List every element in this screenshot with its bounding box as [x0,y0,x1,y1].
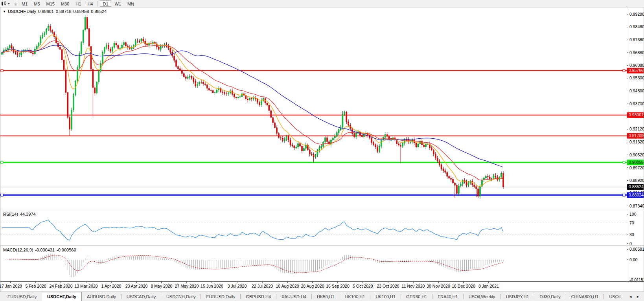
date-tick-label: 27 May 2020 [175,284,199,288]
trendline-handle[interactable] [1,70,3,72]
svg-text:0.88524: 0.88524 [629,184,644,189]
date-tick-label: 13 Mar 2020 [75,284,98,288]
timeframe-buttons: M1M5M15M30H1H4D1W1MN [18,0,137,7]
svg-text:0.93001: 0.93001 [629,112,644,117]
trendline-handle[interactable] [1,194,3,196]
date-tick-label: 11 Nov 2020 [402,284,425,288]
tab-scroll-left-icon[interactable]: ◄ [627,294,634,299]
macd-name: MACD(12,26,9) [3,248,33,252]
macd-main-value: -0.000431 [35,248,55,252]
date-axis[interactable]: 17 Jan 20205 Feb 202024 Feb 202013 Mar 2… [0,282,644,289]
chart-tab-usdchf-daily[interactable]: USDCHF,Daily [42,292,82,301]
tab-list: EURUSD,DailyUSDCHF,DailyAUDUSD,DailyUSDC… [2,292,627,301]
chart-tab-usdcnh-daily[interactable]: USDCNH,Daily [161,292,201,301]
ohlc-low: 0.88458 [74,9,89,14]
timeframe-button-w1[interactable]: W1 [112,0,124,7]
price-tick-label: 0.94500 [629,88,644,93]
timeframe-toolbar: ▼ M1M5M15M30H1H4D1W1MN [0,0,644,7]
candlestick-series [2,15,504,198]
rsi-tick-label: 30 [629,232,634,237]
price-tick-label: 0.88920 [629,178,644,183]
chart-tab-audusd-daily[interactable]: AUDUSD,Daily [82,292,121,301]
price-tick-label: 0.87340 [629,204,644,208]
chart-tab-hk50-h1[interactable]: HK50,H1 [312,292,340,301]
rsi-value: 44.3974 [20,212,36,217]
date-tick-label: 15 Jun 2020 [201,284,223,288]
date-tick-label: 17 Jan 2020 [0,284,22,288]
tab-scroll-right-icon[interactable]: ► [634,294,642,299]
chart-title: ▼USDCHF,Daily0.886010.887180.884580.8852… [3,9,107,14]
rsi-tick-label: 0 [629,241,632,246]
price-tick-label: 0.97680 [629,37,644,42]
price-tick-label: 0.89720 [629,165,644,170]
timeframe-button-m15[interactable]: M15 [44,0,57,7]
timeframe-button-h1[interactable]: H1 [73,0,84,7]
date-tick-label: 16 Sep 2020 [326,284,350,288]
chart-tab-eurusd-daily[interactable]: EURUSD,Daily [201,292,240,301]
timeframe-button-mn[interactable]: MN [125,0,137,7]
price-tick-label: 0.98480 [629,24,644,29]
rsi-pane [0,220,627,240]
ohlc-high: 0.88718 [56,9,72,14]
rsi-name: RSI(14) [3,212,18,217]
date-tick-label: 3 Jul 2020 [228,284,247,288]
date-tick-label: 1 Apr 2020 [101,284,121,288]
price-tick-label: 0.96080 [629,63,644,68]
chart-tab-uk100-h1[interactable]: UK100,H1 [370,292,401,301]
price-tick-label: 0.96880 [629,50,644,55]
trendline-handle[interactable] [623,70,625,72]
trendline-handle[interactable] [623,161,625,163]
chart-tab-usoil-[interactable]: USOil, [604,292,627,301]
date-tick-label: 23 Oct 2020 [377,284,399,288]
date-tick-label: 30 Nov 2020 [427,284,450,288]
ma-slow-line [2,45,503,167]
macd-signal-line [10,255,503,273]
chart-tab-uk100-h1[interactable]: UK100,H1 [340,292,370,301]
ma-fast-line [2,35,503,187]
chart-tab-usdjpy-h1[interactable]: USDJPY,H1 [500,292,534,301]
chart-tab-xauusd-h4[interactable]: XAUUSD,H4 [276,292,311,301]
chart-tab-ger30-h1[interactable]: GER30,H1 [401,292,432,301]
timeframe-button-m1[interactable]: M1 [19,0,30,7]
tab-scroll-arrows: ◄ ► [627,292,644,301]
ma-medium-line [2,41,503,180]
date-tick-label: 10 Aug 2020 [276,284,299,288]
price-chart-canvas[interactable]: 0.992800.984800.976800.968800.960800.953… [0,7,644,292]
date-tick-label: 8 May 2020 [151,284,173,288]
date-tick-label: 24 Feb 2020 [50,284,73,288]
trendline-handle[interactable] [1,161,3,163]
chart-type-button[interactable]: ▼ [0,0,11,7]
timeframe-button-m5[interactable]: M5 [31,0,42,7]
date-tick-label: 28 Aug 2020 [301,284,324,288]
chart-tab-gbpusd-h4[interactable]: GBPUSD,H4 [241,292,276,301]
price-tick-label: 0.95300 [629,75,644,80]
chart-tab-dj30-daily[interactable]: DJ30,Daily [534,292,565,301]
svg-text:0.90055: 0.90055 [629,160,644,165]
chart-window[interactable]: 0.992800.984800.976800.968800.960800.953… [0,7,644,292]
trendline-handle[interactable] [623,194,625,196]
ohlc-open: 0.88601 [38,9,54,14]
macd-indicator-label: MACD(12,26,9)-0.000431-0.000560 [3,248,76,252]
window-menu-caret-icon[interactable]: ▼ [3,10,6,13]
chart-tab-usdcad-daily[interactable]: USDCAD,Daily [121,292,161,301]
timeframe-button-h4[interactable]: H4 [85,0,96,7]
macd-pane [6,253,503,277]
chart-symbol-period: USDCHF,Daily [8,9,36,14]
toolbar-grip[interactable] [15,1,17,6]
price-tick-label: 0.91320 [629,139,644,144]
price-tick-label: 0.90520 [629,152,644,157]
chart-tab-fra40-h1[interactable]: FRA40,H1 [432,292,463,301]
timeframe-button-d1[interactable]: D1 [100,0,111,7]
chart-tab-eurusd-daily[interactable]: EURUSD,Daily [2,292,42,301]
macd-signal-value: -0.000560 [57,248,76,252]
price-axis[interactable]: 0.992800.984800.976800.968800.960800.953… [627,7,644,282]
date-tick-label: 5 Feb 2020 [25,284,46,288]
chart-tab-china300-h1[interactable]: CHINA300,H1 [566,292,604,301]
chart-tab-usoil-weekly[interactable]: USOil,Weekly [464,292,500,301]
date-tick-label: 20 Apr 2020 [125,284,148,288]
date-tick-label: 22 Jul 2020 [252,284,273,288]
terminal-window: ▼ M1M5M15M30H1H4D1W1MN 0.992800.984800.9… [0,0,644,301]
date-tick-label: 18 Dec 2020 [452,284,475,288]
timeframe-button-m30[interactable]: M30 [58,0,72,7]
price-tick-label: 0.93700 [629,101,644,106]
